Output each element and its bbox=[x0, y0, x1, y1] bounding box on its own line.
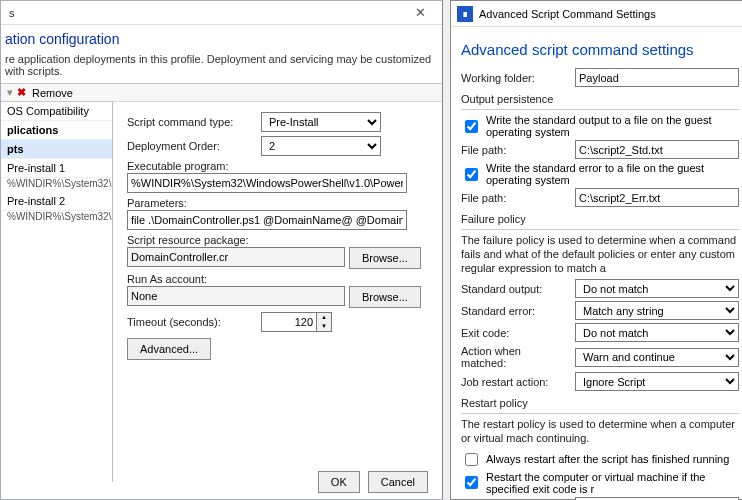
dialog-header: Advanced script command settings bbox=[461, 41, 739, 58]
deploy-order-select[interactable]: 2 bbox=[261, 136, 381, 156]
sidebar-sub-preinstall2: %WINDIR%\System32\... bbox=[1, 211, 112, 225]
chevron-up-icon[interactable]: ▲ bbox=[317, 313, 331, 322]
write-stdout-checkbox[interactable] bbox=[465, 120, 478, 133]
restart-action-label: Job restart action: bbox=[461, 376, 569, 388]
remove-icon: ✖ bbox=[17, 86, 26, 99]
timeout-stepper[interactable]: ▲▼ bbox=[261, 312, 332, 332]
sidebar-item-applications[interactable]: plications bbox=[1, 121, 112, 140]
cancel-button[interactable]: Cancel bbox=[368, 471, 428, 493]
ok-button[interactable]: OK bbox=[318, 471, 360, 493]
failure-section-label: Failure policy bbox=[461, 213, 739, 225]
window-title: Advanced Script Command Settings bbox=[479, 8, 656, 20]
action-label: Action when matched: bbox=[461, 345, 569, 369]
script-type-label: Script command type: bbox=[127, 116, 255, 128]
stdout-label: Standard output: bbox=[461, 283, 569, 295]
application-config-dialog: s ✕ ation configuration re application d… bbox=[0, 0, 443, 500]
page-description: re application deployments in this profi… bbox=[1, 49, 442, 83]
sidebar-item-os-compat[interactable]: OS Compatibility bbox=[1, 102, 112, 121]
browse-resource-button[interactable]: Browse... bbox=[349, 247, 421, 269]
stderr-path-input[interactable] bbox=[575, 188, 739, 207]
restart-if-exit-label: Restart the computer or virtual machine … bbox=[486, 471, 739, 495]
resource-input[interactable] bbox=[127, 247, 345, 267]
app-icon: ∎ bbox=[457, 6, 473, 22]
params-input[interactable] bbox=[127, 210, 407, 230]
form-pane: Script command type: Pre-Install Deploym… bbox=[113, 101, 442, 482]
timeout-input[interactable] bbox=[261, 312, 317, 332]
chevron-down-icon[interactable]: ▼ bbox=[317, 322, 331, 331]
stderr-label: Standard error: bbox=[461, 305, 569, 317]
stderr-path-label: File path: bbox=[461, 192, 569, 204]
sidebar-item-preinstall2[interactable]: Pre-install 2 bbox=[1, 192, 112, 211]
script-type-select[interactable]: Pre-Install bbox=[261, 112, 381, 132]
restart-desc: The restart policy is used to determine … bbox=[461, 418, 739, 446]
failure-desc: The failure policy is used to determine … bbox=[461, 234, 739, 275]
toolbar: ▾ ✖ Remove bbox=[1, 83, 442, 102]
always-restart-checkbox[interactable] bbox=[465, 453, 478, 466]
browse-runas-button[interactable]: Browse... bbox=[349, 286, 421, 308]
timeout-label: Timeout (seconds): bbox=[127, 316, 255, 328]
stderr-select[interactable]: Match any string bbox=[575, 301, 739, 320]
sidebar-item-preinstall1[interactable]: Pre-install 1 bbox=[1, 159, 112, 178]
exitcode-label: Exit code: bbox=[461, 327, 569, 339]
titlebar-right: ∎ Advanced Script Command Settings bbox=[451, 1, 742, 27]
sidebar: OS Compatibility plications pts Pre-inst… bbox=[1, 102, 113, 482]
always-restart-label: Always restart after the script has fini… bbox=[486, 453, 729, 465]
stdout-path-input[interactable] bbox=[575, 140, 739, 159]
exe-input[interactable] bbox=[127, 173, 407, 193]
stdout-select[interactable]: Do not match bbox=[575, 279, 739, 298]
stdout-path-label: File path: bbox=[461, 144, 569, 156]
titlebar-left: s ✕ bbox=[1, 1, 442, 25]
exe-label: Executable program: bbox=[127, 160, 229, 172]
restart-action-select[interactable]: Ignore Script bbox=[575, 372, 739, 391]
sidebar-sub-preinstall1: %WINDIR%\System32\... bbox=[1, 178, 112, 192]
output-section-label: Output persistence bbox=[461, 93, 739, 105]
page-title: ation configuration bbox=[5, 31, 432, 47]
title-suffix: s bbox=[5, 7, 15, 19]
advanced-script-settings-dialog: ∎ Advanced Script Command Settings Advan… bbox=[450, 0, 742, 500]
remove-button[interactable]: Remove bbox=[32, 87, 73, 99]
deploy-order-label: Deployment Order: bbox=[127, 140, 255, 152]
close-icon[interactable]: ✕ bbox=[402, 3, 438, 23]
runas-label: Run As account: bbox=[127, 273, 207, 285]
write-stdout-label: Write the standard output to a file on t… bbox=[486, 114, 739, 138]
working-folder-label: Working folder: bbox=[461, 72, 569, 84]
resource-label: Script resource package: bbox=[127, 234, 249, 246]
params-label: Parameters: bbox=[127, 197, 187, 209]
exitcode-select[interactable]: Do not match bbox=[575, 323, 739, 342]
restart-section-label: Restart policy bbox=[461, 397, 739, 409]
sidebar-item-scripts[interactable]: pts bbox=[1, 140, 112, 159]
write-stderr-checkbox[interactable] bbox=[465, 168, 478, 181]
advanced-button[interactable]: Advanced... bbox=[127, 338, 211, 360]
runas-input[interactable] bbox=[127, 286, 345, 306]
action-select[interactable]: Warn and continue bbox=[575, 348, 739, 367]
restart-if-exit-checkbox[interactable] bbox=[465, 476, 478, 489]
working-folder-input[interactable] bbox=[575, 68, 739, 87]
write-stderr-label: Write the standard error to a file on th… bbox=[486, 162, 739, 186]
